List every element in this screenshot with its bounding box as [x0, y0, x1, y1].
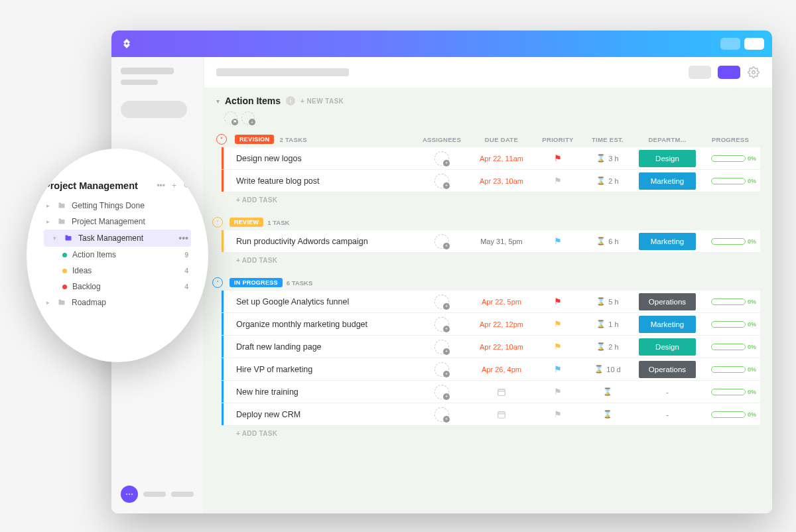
sidebar-item[interactable]: ▸Getting Things Done: [44, 198, 191, 214]
sidebar-item[interactable]: ▸Roadmap: [44, 295, 191, 310]
header-button-1[interactable]: [720, 38, 740, 50]
plus-icon[interactable]: +: [172, 181, 176, 190]
filter-icon[interactable]: ⚑: [224, 111, 237, 125]
task-name[interactable]: Hire VP of marketing: [224, 360, 415, 379]
task-row[interactable]: Set up Google Analytics funnel + Apr 22,…: [224, 291, 760, 313]
priority-flag-icon[interactable]: ⚑: [535, 297, 581, 306]
priority-flag-icon[interactable]: ⚑: [535, 364, 581, 374]
more-icon[interactable]: •••: [157, 181, 165, 190]
more-icon[interactable]: •••: [178, 233, 188, 243]
task-progress[interactable]: 0%: [700, 366, 760, 373]
task-name[interactable]: Deploy new CRM: [224, 405, 415, 425]
col-assignees[interactable]: ASSIGNEES: [415, 136, 468, 143]
task-department[interactable]: Operations: [639, 361, 696, 378]
task-due[interactable]: Apr 22, 10am: [468, 343, 535, 351]
priority-flag-icon[interactable]: ⚑: [535, 319, 581, 329]
task-est[interactable]: ⌛2 h: [581, 176, 634, 185]
task-department[interactable]: Design: [639, 338, 696, 356]
task-due[interactable]: Apr 26, 4pm: [468, 366, 535, 373]
task-progress[interactable]: 0%: [700, 178, 760, 184]
col-priority[interactable]: PRIORITY: [535, 136, 581, 143]
add-task-button[interactable]: + ADD TASK: [204, 192, 772, 212]
task-row[interactable]: Run productivity Adwords campaign + May …: [224, 230, 760, 253]
group-collapse-toggle[interactable]: ˅: [212, 277, 223, 288]
task-assignee[interactable]: +: [415, 340, 468, 354]
task-name[interactable]: Draft new landing page: [224, 337, 415, 357]
task-due[interactable]: May 31, 5pm: [468, 237, 535, 245]
task-progress[interactable]: 0%: [700, 389, 760, 395]
task-department[interactable]: Marketing: [639, 233, 696, 250]
sidebar-item[interactable]: Action Items9: [44, 247, 191, 263]
col-due-date[interactable]: DUE DATE: [468, 136, 535, 143]
task-department[interactable]: -: [639, 383, 696, 401]
task-assignee[interactable]: +: [415, 385, 468, 399]
task-progress[interactable]: 0%: [700, 321, 760, 328]
status-chip[interactable]: REVIEW: [230, 218, 263, 227]
task-est[interactable]: ⌛10 d: [581, 365, 634, 373]
task-est[interactable]: ⌛6 h: [581, 237, 634, 245]
task-row[interactable]: Draft new landing page + Apr 22, 10am ⚑ …: [224, 336, 760, 358]
chat-icon[interactable]: ⋯: [121, 486, 138, 503]
task-due[interactable]: Apr 22, 11am: [468, 155, 535, 163]
priority-flag-icon[interactable]: ⚑: [535, 236, 581, 246]
sidebar-item[interactable]: Ideas4: [44, 263, 191, 279]
task-assignee[interactable]: +: [415, 151, 468, 166]
new-task-button[interactable]: + NEW TASK: [300, 98, 344, 105]
task-assignee[interactable]: +: [415, 295, 468, 309]
task-est[interactable]: ⌛3 h: [581, 154, 634, 163]
assignee-filter-icon[interactable]: +: [241, 111, 255, 125]
task-assignee[interactable]: +: [415, 317, 468, 332]
add-task-button[interactable]: + ADD TASK: [204, 426, 772, 445]
view-toggle-1[interactable]: [689, 66, 711, 79]
task-row[interactable]: Deploy new CRM + ⚑ ⌛ - 0%: [224, 403, 760, 426]
priority-flag-icon[interactable]: ⚑: [535, 387, 581, 397]
calendar-icon[interactable]: [468, 410, 535, 419]
task-row[interactable]: Hire VP of marketing + Apr 26, 4pm ⚑ ⌛10…: [224, 358, 760, 381]
task-progress[interactable]: 0%: [700, 155, 760, 162]
task-department[interactable]: Operations: [639, 293, 696, 310]
task-row[interactable]: Design new logos + Apr 22, 11am ⚑ ⌛3 h D…: [224, 147, 760, 170]
task-assignee[interactable]: +: [415, 362, 468, 377]
task-name[interactable]: Organize monthly marketing budget: [224, 314, 415, 334]
task-due[interactable]: Apr 23, 10am: [468, 177, 535, 185]
task-est[interactable]: ⌛5 h: [581, 297, 634, 306]
task-progress[interactable]: 0%: [700, 344, 760, 350]
task-department[interactable]: -: [639, 406, 696, 423]
task-assignee[interactable]: +: [415, 234, 468, 249]
status-chip[interactable]: REVISION: [235, 135, 274, 144]
task-name[interactable]: Run productivity Adwords campaign: [224, 232, 415, 251]
task-due[interactable]: Apr 22, 12pm: [468, 320, 535, 328]
col-progress[interactable]: PROGRESS: [700, 136, 760, 143]
col-time-est[interactable]: TIME EST.: [581, 136, 634, 143]
status-chip[interactable]: IN PROGRESS: [230, 278, 283, 287]
task-progress[interactable]: 0%: [700, 411, 760, 418]
view-toggle-2[interactable]: [718, 66, 740, 79]
group-collapse-toggle[interactable]: ˅: [212, 217, 223, 228]
list-collapse-caret[interactable]: ▾: [216, 98, 220, 105]
task-est[interactable]: ⌛1 h: [581, 320, 634, 328]
priority-flag-icon[interactable]: ⚑: [535, 342, 581, 352]
task-name[interactable]: New hire training: [224, 382, 415, 402]
task-due[interactable]: Apr 22, 5pm: [468, 298, 535, 306]
task-est[interactable]: ⌛2 h: [581, 342, 634, 351]
task-row[interactable]: Organize monthly marketing budget + Apr …: [224, 313, 760, 336]
task-est[interactable]: ⌛: [581, 410, 634, 419]
task-department[interactable]: Marketing: [639, 172, 696, 190]
add-task-button[interactable]: + ADD TASK: [204, 253, 772, 272]
priority-flag-icon[interactable]: ⚑: [535, 176, 581, 186]
sidebar-item[interactable]: ▾Task Management•••: [44, 230, 191, 247]
group-collapse-toggle[interactable]: ˅: [216, 134, 227, 145]
calendar-icon[interactable]: [468, 387, 535, 397]
priority-flag-icon[interactable]: ⚑: [535, 409, 581, 419]
col-department[interactable]: DEPARTM...: [634, 136, 700, 143]
header-button-2[interactable]: [744, 38, 764, 50]
sidebar-search-placeholder[interactable]: [121, 101, 187, 118]
task-department[interactable]: Marketing: [639, 316, 696, 333]
priority-flag-icon[interactable]: ⚑: [535, 153, 581, 163]
task-assignee[interactable]: +: [415, 174, 468, 188]
task-progress[interactable]: 0%: [700, 299, 760, 305]
task-assignee[interactable]: +: [415, 407, 468, 422]
gear-icon[interactable]: [747, 66, 760, 79]
task-department[interactable]: Design: [639, 150, 696, 167]
task-name[interactable]: Design new logos: [224, 149, 415, 168]
